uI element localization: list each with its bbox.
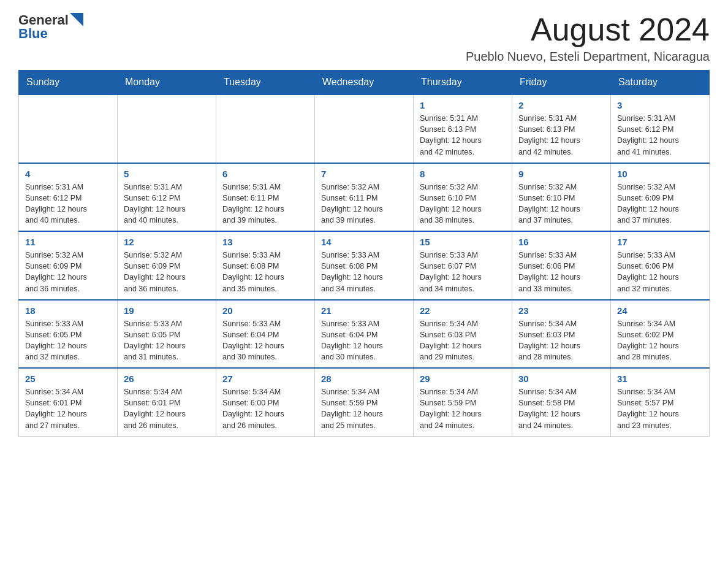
day-cell-31: 31Sunrise: 5:34 AM Sunset: 5:57 PM Dayli… (611, 368, 710, 436)
day-info: Sunrise: 5:33 AM Sunset: 6:08 PM Dayligh… (321, 250, 407, 294)
day-number: 3 (617, 100, 703, 110)
day-cell-30: 30Sunrise: 5:34 AM Sunset: 5:58 PM Dayli… (512, 368, 611, 436)
calendar-header-row: SundayMondayTuesdayWednesdayThursdayFrid… (19, 71, 710, 95)
day-number: 21 (321, 305, 407, 316)
day-info: Sunrise: 5:32 AM Sunset: 6:10 PM Dayligh… (518, 182, 604, 226)
day-info: Sunrise: 5:34 AM Sunset: 5:59 PM Dayligh… (420, 386, 506, 431)
day-cell-1: 1Sunrise: 5:31 AM Sunset: 6:13 PM Daylig… (414, 94, 512, 163)
day-cell-2: 2Sunrise: 5:31 AM Sunset: 6:13 PM Daylig… (512, 94, 611, 163)
day-number: 11 (25, 237, 111, 247)
day-number: 30 (518, 373, 604, 384)
day-info: Sunrise: 5:32 AM Sunset: 6:09 PM Dayligh… (124, 250, 210, 294)
day-cell-12: 12Sunrise: 5:32 AM Sunset: 6:09 PM Dayli… (118, 231, 216, 300)
day-cell-26: 26Sunrise: 5:34 AM Sunset: 6:01 PM Dayli… (118, 368, 216, 436)
column-header-monday: Monday (118, 71, 216, 95)
day-number: 5 (124, 169, 210, 179)
day-cell-11: 11Sunrise: 5:32 AM Sunset: 6:09 PM Dayli… (19, 231, 118, 300)
day-cell-17: 17Sunrise: 5:33 AM Sunset: 6:06 PM Dayli… (611, 231, 710, 300)
day-info: Sunrise: 5:34 AM Sunset: 6:03 PM Dayligh… (518, 318, 604, 363)
day-info: Sunrise: 5:34 AM Sunset: 6:01 PM Dayligh… (25, 386, 111, 431)
day-cell-25: 25Sunrise: 5:34 AM Sunset: 6:01 PM Dayli… (19, 368, 118, 436)
day-info: Sunrise: 5:34 AM Sunset: 5:57 PM Dayligh… (617, 386, 703, 431)
day-info: Sunrise: 5:34 AM Sunset: 6:02 PM Dayligh… (617, 318, 703, 363)
calendar: SundayMondayTuesdayWednesdayThursdayFrid… (18, 70, 710, 437)
day-info: Sunrise: 5:31 AM Sunset: 6:13 PM Dayligh… (518, 113, 604, 158)
empty-cell (19, 94, 118, 163)
day-number: 12 (124, 237, 210, 247)
day-cell-22: 22Sunrise: 5:34 AM Sunset: 6:03 PM Dayli… (414, 300, 512, 369)
day-cell-13: 13Sunrise: 5:33 AM Sunset: 6:08 PM Dayli… (216, 231, 315, 300)
day-number: 23 (518, 305, 604, 316)
day-info: Sunrise: 5:33 AM Sunset: 6:06 PM Dayligh… (617, 250, 703, 294)
day-info: Sunrise: 5:33 AM Sunset: 6:04 PM Dayligh… (222, 318, 308, 363)
day-info: Sunrise: 5:32 AM Sunset: 6:09 PM Dayligh… (25, 250, 111, 294)
day-info: Sunrise: 5:33 AM Sunset: 6:08 PM Dayligh… (222, 250, 308, 294)
day-info: Sunrise: 5:31 AM Sunset: 6:13 PM Dayligh… (420, 113, 506, 158)
day-info: Sunrise: 5:33 AM Sunset: 6:05 PM Dayligh… (124, 318, 210, 363)
day-number: 15 (420, 237, 506, 247)
day-cell-14: 14Sunrise: 5:33 AM Sunset: 6:08 PM Dayli… (315, 231, 414, 300)
column-header-wednesday: Wednesday (315, 71, 414, 95)
day-number: 7 (321, 169, 407, 179)
day-info: Sunrise: 5:34 AM Sunset: 6:00 PM Dayligh… (222, 386, 308, 431)
day-number: 4 (25, 169, 111, 179)
day-info: Sunrise: 5:32 AM Sunset: 6:10 PM Dayligh… (420, 182, 506, 226)
day-info: Sunrise: 5:31 AM Sunset: 6:11 PM Dayligh… (222, 182, 308, 226)
day-number: 20 (222, 305, 308, 316)
week-row-1: 1Sunrise: 5:31 AM Sunset: 6:13 PM Daylig… (19, 94, 710, 163)
day-cell-16: 16Sunrise: 5:33 AM Sunset: 6:06 PM Dayli… (512, 231, 611, 300)
subtitle: Pueblo Nuevo, Esteli Department, Nicarag… (466, 50, 710, 64)
day-cell-9: 9Sunrise: 5:32 AM Sunset: 6:10 PM Daylig… (512, 163, 611, 232)
day-cell-6: 6Sunrise: 5:31 AM Sunset: 6:11 PM Daylig… (216, 163, 315, 232)
day-cell-15: 15Sunrise: 5:33 AM Sunset: 6:07 PM Dayli… (414, 231, 512, 300)
week-row-4: 18Sunrise: 5:33 AM Sunset: 6:05 PM Dayli… (19, 300, 710, 369)
day-info: Sunrise: 5:31 AM Sunset: 6:12 PM Dayligh… (25, 182, 111, 226)
day-number: 10 (617, 169, 703, 179)
day-number: 1 (420, 100, 506, 110)
day-number: 18 (25, 305, 111, 316)
column-header-tuesday: Tuesday (216, 71, 315, 95)
column-header-sunday: Sunday (19, 71, 118, 95)
column-header-saturday: Saturday (611, 71, 710, 95)
day-info: Sunrise: 5:34 AM Sunset: 6:01 PM Dayligh… (124, 386, 210, 431)
svg-marker-0 (70, 13, 83, 26)
day-info: Sunrise: 5:33 AM Sunset: 6:04 PM Dayligh… (321, 318, 407, 363)
day-number: 22 (420, 305, 506, 316)
day-cell-3: 3Sunrise: 5:31 AM Sunset: 6:12 PM Daylig… (611, 94, 710, 163)
day-cell-29: 29Sunrise: 5:34 AM Sunset: 5:59 PM Dayli… (414, 368, 512, 436)
day-number: 24 (617, 305, 703, 316)
day-number: 8 (420, 169, 506, 179)
day-cell-27: 27Sunrise: 5:34 AM Sunset: 6:00 PM Dayli… (216, 368, 315, 436)
empty-cell (216, 94, 315, 163)
day-cell-5: 5Sunrise: 5:31 AM Sunset: 6:12 PM Daylig… (118, 163, 216, 232)
day-cell-8: 8Sunrise: 5:32 AM Sunset: 6:10 PM Daylig… (414, 163, 512, 232)
day-cell-18: 18Sunrise: 5:33 AM Sunset: 6:05 PM Dayli… (19, 300, 118, 369)
day-cell-24: 24Sunrise: 5:34 AM Sunset: 6:02 PM Dayli… (611, 300, 710, 369)
day-number: 14 (321, 237, 407, 247)
empty-cell (315, 94, 414, 163)
day-info: Sunrise: 5:31 AM Sunset: 6:12 PM Dayligh… (124, 182, 210, 226)
column-header-thursday: Thursday (414, 71, 512, 95)
page-header: General Blue August 2024 Pueblo Nuevo, E… (18, 12, 710, 64)
week-row-3: 11Sunrise: 5:32 AM Sunset: 6:09 PM Dayli… (19, 231, 710, 300)
logo-triangle-icon (70, 13, 83, 26)
day-number: 31 (617, 373, 703, 384)
day-number: 9 (518, 169, 604, 179)
day-number: 2 (518, 100, 604, 110)
day-cell-10: 10Sunrise: 5:32 AM Sunset: 6:09 PM Dayli… (611, 163, 710, 232)
day-cell-4: 4Sunrise: 5:31 AM Sunset: 6:12 PM Daylig… (19, 163, 118, 232)
day-info: Sunrise: 5:33 AM Sunset: 6:07 PM Dayligh… (420, 250, 506, 294)
day-number: 17 (617, 237, 703, 247)
day-info: Sunrise: 5:34 AM Sunset: 5:58 PM Dayligh… (518, 386, 604, 431)
month-title: August 2024 (466, 12, 710, 47)
day-cell-23: 23Sunrise: 5:34 AM Sunset: 6:03 PM Dayli… (512, 300, 611, 369)
week-row-2: 4Sunrise: 5:31 AM Sunset: 6:12 PM Daylig… (19, 163, 710, 232)
logo-blue: Blue (18, 26, 48, 42)
day-number: 27 (222, 373, 308, 384)
day-cell-7: 7Sunrise: 5:32 AM Sunset: 6:11 PM Daylig… (315, 163, 414, 232)
day-info: Sunrise: 5:32 AM Sunset: 6:11 PM Dayligh… (321, 182, 407, 226)
day-number: 29 (420, 373, 506, 384)
day-number: 28 (321, 373, 407, 384)
day-info: Sunrise: 5:32 AM Sunset: 6:09 PM Dayligh… (617, 182, 703, 226)
day-cell-19: 19Sunrise: 5:33 AM Sunset: 6:05 PM Dayli… (118, 300, 216, 369)
